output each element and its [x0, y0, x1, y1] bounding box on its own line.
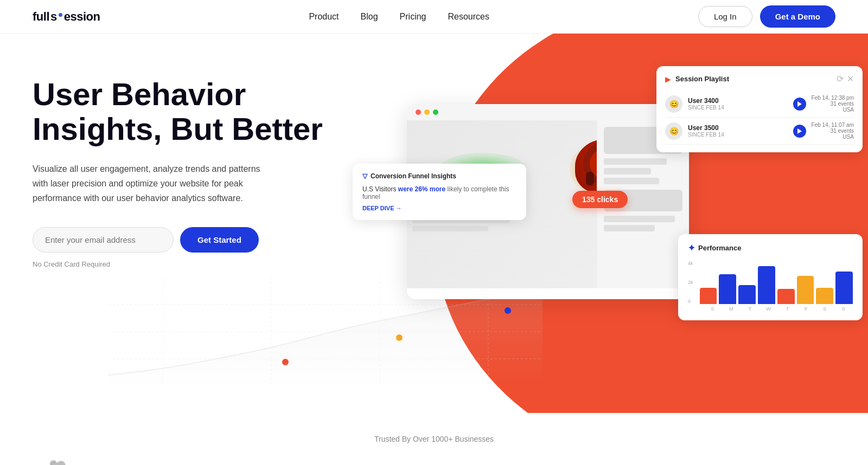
trusted-section: Trusted By Over 1000+ Businesses 🐘 ⠿ POL…: [0, 413, 868, 465]
session-meta-2: Feb 14, 11:07 am 31 events USA: [812, 122, 854, 140]
hero-title: User Behavior Insights, But Better: [33, 77, 323, 146]
navbar: fullsession Product Blog Pricing Resourc…: [0, 0, 868, 34]
user-since-2: SINCE FEB 14: [688, 132, 788, 138]
scatter-dot-red: [282, 359, 289, 365]
x-label-4: T: [778, 306, 797, 312]
user-avatar-1: 😊: [665, 95, 682, 113]
x-label-3: W: [760, 306, 778, 312]
x-label-5: F: [797, 306, 816, 312]
logo-flex: flex: [311, 463, 331, 465]
x-label-2: T: [741, 306, 760, 312]
funnel-link[interactable]: DEEP DIVE →: [362, 205, 516, 211]
hero-content: User Behavior Insights, But Better Visua…: [33, 77, 323, 268]
elephant-icon: 🐘: [48, 458, 75, 465]
session-close-icon[interactable]: ✕: [847, 74, 854, 84]
user-since-1: SINCE FEB 14: [688, 105, 788, 111]
perf-title: ✦ Performance: [688, 243, 853, 253]
demo-button[interactable]: Get a Demo: [760, 5, 835, 28]
funnel-icon: ▽: [362, 172, 367, 180]
logo[interactable]: fullsession: [33, 10, 100, 24]
nav-pricing[interactable]: Pricing: [400, 12, 426, 22]
playlist-icon: ▶: [665, 75, 671, 83]
session-playlist-card: ▶ Session Playlist ⟳ ✕ 😊 User 3400 SINCE…: [656, 66, 863, 152]
scatter-dot-blue: [505, 307, 511, 314]
dot-yellow: [424, 109, 430, 115]
logo-elephant: 🐘: [48, 458, 75, 465]
perf-icon: ✦: [688, 243, 695, 253]
get-started-button[interactable]: Get Started: [180, 227, 259, 253]
user-name-1: User 3400: [688, 97, 788, 105]
svg-rect-9: [586, 172, 594, 185]
play-button-2[interactable]: [793, 125, 806, 138]
x-label-6: S: [815, 306, 834, 312]
user-name-2: User 3500: [688, 124, 788, 132]
card-header: [407, 104, 689, 120]
perf-bar-0: [700, 288, 717, 304]
hero-form: Get Started: [33, 227, 323, 253]
svg-marker-12: [797, 128, 802, 134]
user-info-1: User 3400 SINCE FEB 14: [688, 97, 788, 111]
session-title: Session Playlist: [675, 75, 729, 83]
nav-resources[interactable]: Resources: [448, 12, 489, 22]
performance-card: ✦ Performance 4k2k0 SMTWTFSS: [678, 234, 863, 320]
user-info-2: User 3500 SINCE FEB 14: [688, 124, 788, 138]
dot-red: [416, 109, 421, 115]
y-labels: 4k2k0: [688, 261, 693, 304]
nav-blog[interactable]: Blog: [361, 12, 378, 22]
x-label-1: M: [722, 306, 741, 312]
hero-section: User Behavior Insights, But Better Visua…: [0, 34, 868, 413]
nav-links: Product Blog Pricing Resources: [309, 12, 489, 22]
perf-chart: [700, 261, 853, 304]
session-card-header: ▶ Session Playlist ⟳ ✕: [665, 74, 854, 84]
login-button[interactable]: Log In: [698, 6, 752, 27]
scatter-dot-orange: [396, 334, 403, 341]
x-labels: SMTWTFSS: [703, 306, 853, 312]
perf-bar-5: [797, 276, 814, 304]
user-avatar-2: 😊: [665, 122, 682, 140]
perf-bar-6: [816, 288, 833, 304]
x-label-0: S: [703, 306, 722, 312]
perf-bar-2: [738, 285, 756, 304]
funnel-title: ▽ Conversion Funnel Insights: [362, 172, 516, 180]
hero-visuals: 135 clicks ▽ Conversion Funnel Insights …: [353, 34, 868, 413]
session-settings-icon[interactable]: ⟳: [837, 74, 844, 84]
x-label-7: S: [834, 306, 853, 312]
hero-description: Visualize all user engagement, analyze t…: [33, 162, 271, 206]
play-button-1[interactable]: [793, 98, 806, 111]
session-row-1: 😊 User 3400 SINCE FEB 14 Feb 14, 12:38 p…: [665, 91, 854, 118]
email-input[interactable]: [33, 227, 174, 253]
nav-product[interactable]: Product: [309, 12, 339, 22]
logos-row: 🐘 ⠿ POLYMER u userpilot flex 9GAG D·R·O·…: [33, 458, 835, 465]
funnel-card: ▽ Conversion Funnel Insights U.S Visitor…: [353, 164, 526, 220]
session-row-2: 😊 User 3500 SINCE FEB 14 Feb 14, 11:07 a…: [665, 118, 854, 145]
nav-actions: Log In Get a Demo: [698, 5, 835, 28]
perf-bar-3: [758, 266, 775, 304]
trusted-title: Trusted By Over 1000+ Businesses: [33, 435, 835, 443]
funnel-stat: U.S Visitors were 26% more likely to com…: [362, 185, 516, 201]
clicks-badge: 135 clicks: [572, 191, 628, 208]
perf-bar-7: [835, 272, 853, 304]
hero-note: No Credit Card Required: [33, 260, 323, 268]
dot-green: [433, 109, 438, 115]
perf-bar-1: [719, 274, 736, 304]
perf-bar-4: [777, 289, 795, 304]
svg-marker-11: [797, 101, 802, 107]
session-meta-1: Feb 14, 12:38 pm 31 events USA: [812, 95, 854, 113]
perf-chart-container: 4k2k0: [688, 261, 853, 304]
